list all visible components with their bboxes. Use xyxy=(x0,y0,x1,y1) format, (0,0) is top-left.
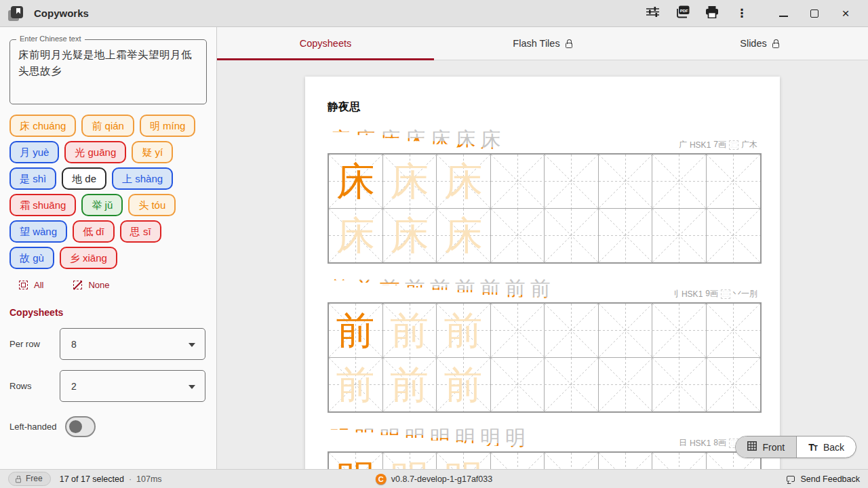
grid-cell: 床 xyxy=(383,155,437,209)
practice-glyph: 床 xyxy=(383,155,437,208)
tab-slides[interactable]: Slides xyxy=(651,27,868,60)
char-info: 刂HSK19画⿳丷一刖 xyxy=(671,288,757,300)
grid-cell xyxy=(545,155,599,209)
select-none-button[interactable]: None xyxy=(73,280,109,290)
word-chip[interactable]: 故 gù xyxy=(9,247,54,269)
select-all-label: All xyxy=(34,280,43,290)
grid-cell xyxy=(491,155,545,209)
select-all-button[interactable]: All xyxy=(19,280,43,290)
word-chip[interactable]: 上 shàng xyxy=(112,167,173,190)
grid-cell xyxy=(599,155,653,209)
word-chip[interactable]: 前 qián xyxy=(81,115,134,137)
word-chip[interactable]: 明 míng xyxy=(140,115,196,137)
send-feedback-button[interactable]: Send Feedback xyxy=(787,474,860,484)
grid-cell xyxy=(599,304,653,358)
grid-cell xyxy=(652,358,707,412)
pdf-icon: PDF xyxy=(675,5,690,21)
word-chip[interactable]: 月 yuè xyxy=(9,141,59,163)
chevron-down-icon xyxy=(189,385,195,389)
word-chip[interactable]: 疑 yí xyxy=(132,141,173,163)
rows-value: 2 xyxy=(71,381,77,392)
practice-glyph: 明 xyxy=(329,453,382,469)
word-chip[interactable]: 地 de xyxy=(62,167,106,190)
menu-kebab-button[interactable]: ⋮ xyxy=(733,5,751,22)
stroke-step: 前前 xyxy=(428,277,453,300)
separator: · xyxy=(129,474,132,484)
front-back-toggle: Front TT Back xyxy=(735,436,856,458)
practice-glyph: 前 xyxy=(383,304,437,357)
front-label: Front xyxy=(763,442,785,453)
grid-cell xyxy=(652,155,707,209)
stroke-step: 前前 xyxy=(503,277,528,300)
left-handed-toggle[interactable] xyxy=(65,416,96,437)
lock-icon xyxy=(16,478,21,482)
word-chip[interactable]: 头 tóu xyxy=(128,194,176,216)
stroke-step: 床床 xyxy=(453,128,478,151)
tab-label: Flash Tiles xyxy=(513,38,559,49)
stroke-step: 床床 xyxy=(403,128,428,151)
stroke-step: 前前 xyxy=(378,277,403,300)
tab-flash-tiles[interactable]: Flash Tiles xyxy=(434,27,651,60)
chinese-text-input[interactable]: Enter Chinese text 床前明月光疑是地上霜举头望明月低头思故乡 xyxy=(9,39,207,104)
sliders-icon xyxy=(646,6,659,20)
plan-badge: Free xyxy=(8,472,51,486)
per-row-select[interactable]: 8 xyxy=(60,328,205,360)
grid-cell xyxy=(707,304,761,358)
grid-cell: 床 xyxy=(437,209,491,263)
poem-title: 静夜思 xyxy=(328,100,757,115)
stroke-step: 明明 xyxy=(403,426,428,449)
stroke-step: 床床 xyxy=(378,128,403,151)
window-minimize-button[interactable] xyxy=(773,3,793,24)
word-chip[interactable]: 望 wàng xyxy=(9,220,67,243)
grid-cell xyxy=(652,304,707,358)
practice-grid: 床床床床床床 xyxy=(328,153,762,264)
input-value[interactable]: 床前明月光疑是地上霜举头望明月低头思故乡 xyxy=(18,47,198,96)
select-none-icon xyxy=(73,281,82,289)
copyworks-logo-icon: C xyxy=(376,474,387,485)
input-label: Enter Chinese text xyxy=(16,35,85,43)
window-close-button[interactable]: × xyxy=(835,3,856,24)
stroke-step: 前前 xyxy=(453,277,478,300)
word-chip[interactable]: 光 guāng xyxy=(64,141,126,163)
feedback-bubble-icon xyxy=(787,476,795,482)
grid-cell: 前 xyxy=(383,358,437,412)
stroke-step: 明明 xyxy=(428,426,453,449)
stroke-step: 明明 xyxy=(378,426,403,449)
printer-icon xyxy=(705,6,719,21)
front-button[interactable]: Front xyxy=(736,436,797,458)
select-none-label: None xyxy=(88,280,109,290)
grid-cell: 前 xyxy=(383,304,437,358)
word-chip[interactable]: 床 chuáng xyxy=(9,115,76,137)
word-chip[interactable]: 思 sī xyxy=(120,220,161,243)
toggle-knob xyxy=(69,420,82,433)
word-chip[interactable]: 霜 shuāng xyxy=(9,194,76,216)
text-icon: TT xyxy=(808,442,817,453)
rows-select[interactable]: 2 xyxy=(60,370,205,402)
practice-glyph: 前 xyxy=(329,358,382,412)
select-all-icon xyxy=(19,281,28,289)
practice-glyph: 前 xyxy=(329,304,382,357)
word-chip[interactable]: 举 jǔ xyxy=(81,194,123,216)
grid-cell xyxy=(545,358,599,412)
stroke-step: 前前 xyxy=(478,277,503,300)
grid-cell: 明 xyxy=(329,453,383,469)
export-pdf-button[interactable]: PDF xyxy=(673,5,691,22)
settings-sliders-button[interactable] xyxy=(644,5,661,22)
word-chip[interactable]: 是 shì xyxy=(9,167,56,190)
stroke-order-strip: 床床床床床床床床床床床床床床 xyxy=(328,128,503,151)
char-info: 广HSK17画⿸广木 xyxy=(679,139,757,150)
back-button[interactable]: TT Back xyxy=(796,436,856,458)
stroke-step: 明明 xyxy=(353,426,378,449)
titlebar: Copyworks PDF xyxy=(0,0,868,27)
print-button[interactable] xyxy=(703,5,721,22)
practice-glyph: 床 xyxy=(437,155,490,208)
tab-copysheets[interactable]: Copysheets xyxy=(217,27,434,60)
word-chip[interactable]: 乡 xiāng xyxy=(60,247,117,269)
grid-cell xyxy=(545,453,599,469)
grid-cell xyxy=(599,358,653,412)
grid-cell: 前 xyxy=(437,304,491,358)
grid-cell: 床 xyxy=(437,155,491,209)
window-maximize-button[interactable] xyxy=(804,3,825,24)
grid-cell: 前 xyxy=(437,358,491,412)
word-chip[interactable]: 低 dī xyxy=(73,220,115,243)
